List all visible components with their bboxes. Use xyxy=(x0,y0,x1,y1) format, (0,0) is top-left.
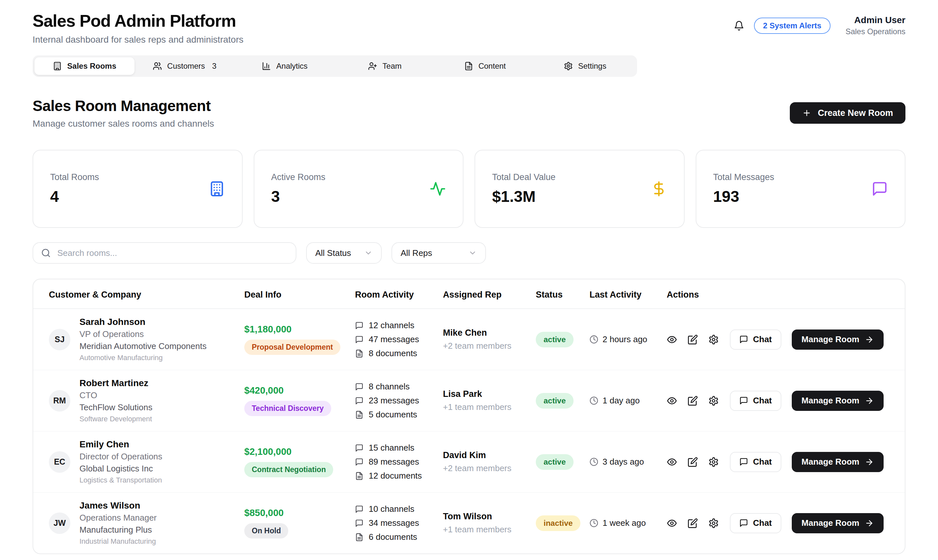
user-plus-icon xyxy=(368,62,377,71)
bar-chart-icon xyxy=(262,62,271,71)
view-room-button[interactable] xyxy=(667,395,677,406)
manage-room-button[interactable]: Manage Room xyxy=(792,513,884,533)
room-settings-button[interactable] xyxy=(709,457,719,467)
customer-company: TechFlow Solutions xyxy=(80,402,152,412)
room-settings-button[interactable] xyxy=(709,334,719,345)
rep-filter-dropdown[interactable]: All Reps xyxy=(391,242,486,264)
rep-team-members: +1 team members xyxy=(443,525,536,535)
stat-label: Active Rooms xyxy=(271,172,326,182)
tab-team[interactable]: Team xyxy=(335,57,435,75)
gear-icon xyxy=(709,518,719,528)
customer-name: Sarah Johnson xyxy=(80,317,206,327)
manage-room-button[interactable]: Manage Room xyxy=(792,391,884,411)
stat-card: Total Messages 193 xyxy=(696,150,906,228)
gear-icon xyxy=(709,457,719,467)
plus-icon xyxy=(802,108,811,117)
tab-sales-rooms[interactable]: Sales Rooms xyxy=(34,57,134,75)
message-square-icon xyxy=(355,519,363,528)
table-row: JW James Wilson Operations Manager Manuf… xyxy=(33,492,905,554)
rep-team-members: +2 team members xyxy=(443,341,536,351)
last-activity-text: 1 day ago xyxy=(602,395,640,406)
customer-title: CTO xyxy=(80,390,152,400)
manage-room-button[interactable]: Manage Room xyxy=(792,452,884,472)
search-input[interactable] xyxy=(32,242,296,264)
customer-title: Operations Manager xyxy=(80,513,157,523)
tab-analytics[interactable]: Analytics xyxy=(235,57,335,75)
edit-room-button[interactable] xyxy=(687,334,698,345)
stat-value: 193 xyxy=(713,188,775,205)
edit-room-button[interactable] xyxy=(687,457,698,467)
bell-icon[interactable] xyxy=(734,20,744,31)
status-filter-dropdown[interactable]: All Status xyxy=(306,242,382,264)
deal-cell: $2,100,000 Contract Negotiation xyxy=(244,446,355,477)
eye-icon xyxy=(667,395,677,406)
customer-company: Manufacturing Plus xyxy=(80,525,157,535)
status-cell: active xyxy=(536,393,590,409)
last-activity-text: 3 days ago xyxy=(602,457,644,467)
manage-room-button[interactable]: Manage Room xyxy=(792,329,884,350)
room-settings-button[interactable] xyxy=(709,395,719,406)
view-room-button[interactable] xyxy=(667,334,677,345)
channels-count: 12 channels xyxy=(369,320,414,331)
chat-button[interactable]: Chat xyxy=(730,329,781,350)
document-icon xyxy=(355,472,363,480)
customer-industry: Industrial Manufacturing xyxy=(80,537,157,546)
chat-button[interactable]: Chat xyxy=(730,513,781,533)
main-tabbar: Sales Rooms Customers 3 Analytics Team C… xyxy=(32,55,637,77)
system-alerts-badge[interactable]: 2 System Alerts xyxy=(754,18,830,34)
document-icon xyxy=(355,533,363,542)
status-cell: active xyxy=(536,332,590,348)
tab-settings[interactable]: Settings xyxy=(535,57,635,75)
edit-room-button[interactable] xyxy=(687,395,698,406)
tab-customers[interactable]: Customers 3 xyxy=(134,57,234,75)
chat-button[interactable]: Chat xyxy=(730,391,781,411)
page-subtitle: Manage customer sales rooms and channels xyxy=(32,118,214,129)
view-room-button[interactable] xyxy=(667,457,677,467)
last-activity-text: 2 hours ago xyxy=(602,334,647,345)
activity-cell: 12 channels 47 messages 8 documents xyxy=(355,320,443,358)
header-right: 2 System Alerts Admin User Sales Operati… xyxy=(734,11,906,36)
eye-icon xyxy=(667,518,677,528)
last-activity-cell: 1 day ago xyxy=(590,395,667,406)
view-room-button[interactable] xyxy=(667,518,677,528)
tab-content[interactable]: Content xyxy=(435,57,535,75)
deal-cell: $1,180,000 Proposal Development xyxy=(244,324,355,355)
actions-cell: Chat Manage Room xyxy=(667,329,889,350)
customer-company: Meridian Automotive Components xyxy=(80,341,206,351)
documents-count: 5 documents xyxy=(369,409,417,420)
status-badge: inactive xyxy=(536,515,581,531)
building-icon xyxy=(209,181,225,197)
messages-count: 23 messages xyxy=(369,395,419,406)
table-body: SJ Sarah Johnson VP of Operations Meridi… xyxy=(33,309,905,554)
documents-count: 6 documents xyxy=(369,532,417,542)
rep-name: Lisa Park xyxy=(443,389,536,399)
deal-stage-badge: Contract Negotiation xyxy=(244,462,333,477)
rep-cell: David Kim +2 team members xyxy=(443,450,536,473)
rep-name: David Kim xyxy=(443,450,536,460)
customer-cell: EC Emily Chen Director of Operations Glo… xyxy=(49,439,244,485)
table-row: SJ Sarah Johnson VP of Operations Meridi… xyxy=(33,309,905,370)
rep-name: Mike Chen xyxy=(443,328,536,338)
col-rep: Assigned Rep xyxy=(443,290,536,300)
customer-name: James Wilson xyxy=(80,500,157,511)
col-last: Last Activity xyxy=(590,290,667,300)
rep-cell: Lisa Park +1 team members xyxy=(443,389,536,412)
chevron-down-icon xyxy=(364,249,373,257)
room-settings-button[interactable] xyxy=(709,518,719,528)
col-status: Status xyxy=(536,290,590,300)
message-square-icon xyxy=(355,458,363,466)
documents-count: 8 documents xyxy=(369,348,417,358)
customer-cell: RM Robert Martinez CTO TechFlow Solution… xyxy=(49,378,244,423)
stat-card: Active Rooms 3 xyxy=(254,150,464,228)
chat-bubble-icon xyxy=(739,335,748,344)
chat-button[interactable]: Chat xyxy=(730,452,781,472)
message-square-icon xyxy=(355,444,363,452)
app-title-block: Sales Pod Admin Platform Internal dashbo… xyxy=(32,11,243,45)
deal-stage-badge: Technical Discovery xyxy=(244,401,331,416)
actions-cell: Chat Manage Room xyxy=(667,513,889,533)
edit-room-button[interactable] xyxy=(687,518,698,528)
file-text-icon xyxy=(464,62,473,71)
create-new-room-button[interactable]: Create New Room xyxy=(790,102,906,124)
chat-bubble-icon xyxy=(739,457,748,466)
channels-count: 10 channels xyxy=(369,504,414,514)
